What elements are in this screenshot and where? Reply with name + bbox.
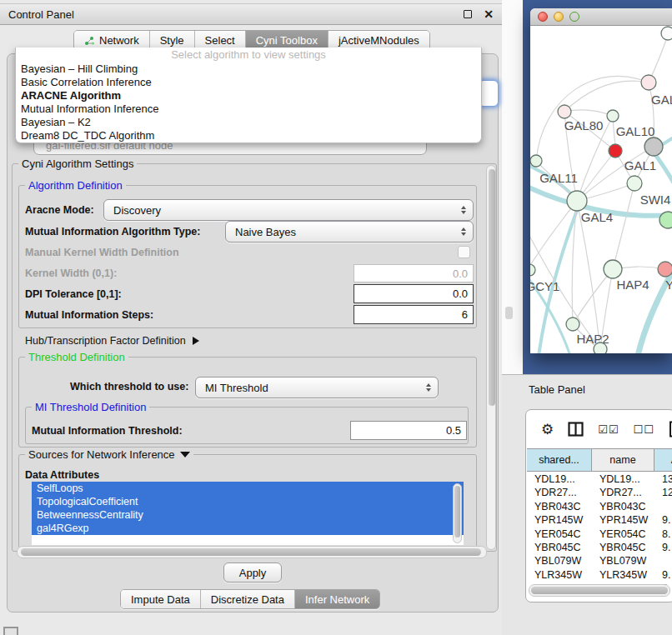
data-attributes-list[interactable]: SelfLoopsTopologicalCoefficientBetweenne… — [32, 482, 464, 545]
table-row[interactable]: YBL079WYBL079W — [527, 554, 672, 568]
kernel-width-field[interactable]: 0.0 — [354, 264, 474, 282]
control-panel-titlebar: Control Panel ✕ — [0, 3, 502, 25]
edge — [654, 152, 672, 191]
cell: 13 — [654, 472, 672, 486]
gear-icon[interactable]: ⚙ — [541, 422, 554, 437]
hub-definition-label: Hub/Transcription Factor Definition — [25, 335, 186, 347]
algorithm-option-basic-correlation-inference[interactable]: Basic Correlation Inference — [16, 76, 481, 89]
which-threshold-label: Which threshold to use: — [70, 377, 188, 397]
table-row[interactable]: YDR27...YDR27...12 — [527, 486, 672, 499]
network-node[interactable] — [644, 138, 663, 156]
network-node-gcy1[interactable] — [530, 264, 535, 276]
zoom-button[interactable] — [569, 12, 579, 22]
network-node-gal4[interactable] — [567, 191, 587, 211]
network-node-gal[interactable] — [641, 75, 656, 90]
aracne-mode-combo[interactable]: Discovery — [103, 199, 474, 221]
which-threshold-combo[interactable]: MI Threshold — [195, 377, 439, 398]
algorithm-option-bayesian-hill-climbing[interactable]: Bayesian – Hill Climbing — [16, 62, 481, 76]
mi-threshold-field[interactable]: 0.5 — [350, 421, 467, 440]
table-row[interactable]: YER054CYER054C8. — [527, 528, 672, 541]
cell: YER054C — [527, 528, 592, 541]
minimized-panel-icon[interactable] — [3, 627, 18, 635]
table-row[interactable]: YLR345WYLR345W9. — [527, 568, 672, 582]
network-node-gal1[interactable] — [627, 176, 642, 191]
split-columns-icon[interactable] — [568, 422, 584, 437]
edge — [613, 183, 634, 269]
column-header-shared[interactable]: shared... — [527, 449, 592, 471]
node-label-y: Y — [665, 278, 672, 292]
table-row[interactable]: YDL19...YDL19...13 — [527, 472, 672, 486]
table-row[interactable]: YBR043CYBR043C — [527, 500, 672, 513]
edge — [573, 269, 613, 324]
settings-hscrollbar[interactable] — [17, 546, 487, 558]
algorithm-option-mutual-information-inference[interactable]: Mutual Information Inference — [16, 102, 481, 116]
apply-button-label: Apply — [239, 567, 267, 579]
mi-steps-field[interactable]: 6 — [354, 305, 474, 324]
hub-definition-toggle[interactable]: Hub/Transcription Factor Definition — [25, 331, 199, 351]
cell: 9. — [654, 568, 672, 582]
cell: 12 — [654, 486, 672, 499]
network-node-hap4[interactable] — [604, 260, 622, 278]
algorithm-options: Bayesian – Hill ClimbingBasic Correlatio… — [16, 62, 481, 142]
network-node[interactable] — [661, 27, 672, 40]
algorithm-option-aracne-algorithm[interactable]: ARACNE Algorithm — [16, 89, 481, 102]
node-label-gal11: GAL11 — [539, 171, 578, 185]
apply-button[interactable]: Apply — [223, 562, 282, 582]
edge — [564, 81, 649, 112]
tab-label: Impute Data — [131, 593, 190, 606]
network-canvas[interactable]: GALGAL80GAL10GAL1GAL11GAL4SWI4GCY1HAP4YH… — [530, 26, 672, 353]
float-window-icon[interactable] — [464, 10, 472, 18]
network-nodes: GALGAL80GAL10GAL1GAL11GAL4SWI4GCY1HAP4YH… — [530, 27, 672, 353]
mi-steps-label: Mutual Information Steps: — [25, 305, 153, 325]
attribute-selfloops[interactable]: SelfLoops — [32, 482, 464, 495]
deselect-all-icon[interactable]: ☐☐ — [634, 423, 654, 436]
node-label-gal4: GAL4 — [581, 210, 613, 224]
algorithm-option-dream8-dc-tdc-algorithm[interactable]: Dream8 DC_TDC Algorithm — [16, 129, 481, 142]
tab-discretize-data[interactable]: Discretize Data — [200, 590, 294, 608]
network-node-hap2[interactable] — [566, 318, 579, 331]
cell: YPR145W — [527, 513, 592, 527]
manual-kernel-checkbox[interactable] — [458, 246, 470, 258]
column-header-name[interactable]: name — [592, 449, 654, 471]
network-node-swi4[interactable] — [659, 212, 672, 228]
table-hscrollbar[interactable] — [529, 584, 670, 597]
cell: YER054C — [592, 528, 654, 541]
settings-vscrollbar[interactable] — [486, 165, 496, 550]
attribute-betweennesscentrality[interactable]: BetweennessCentrality — [32, 508, 464, 522]
cell: YDL19... — [592, 472, 654, 486]
select-all-icon[interactable]: ☑☑ — [598, 423, 619, 436]
network-node-gal10[interactable] — [607, 110, 619, 122]
network-node[interactable] — [609, 144, 622, 158]
sources-title[interactable]: Sources for Network Inference — [25, 448, 193, 461]
network-node[interactable] — [594, 342, 607, 353]
minimize-button[interactable] — [554, 12, 564, 22]
tab-impute-data[interactable]: Impute Data — [121, 590, 200, 608]
attributes-scrollbar[interactable] — [453, 483, 462, 543]
splitter-collapse-handle[interactable] — [505, 307, 513, 319]
algorithm-option-bayesian-k2[interactable]: Bayesian – K2 — [16, 116, 481, 129]
collapse-down-icon — [180, 452, 190, 458]
close-button[interactable] — [538, 12, 548, 22]
network-node-y[interactable] — [658, 262, 672, 277]
column-header-a[interactable]: A — [654, 449, 672, 471]
attribute-gal4rgexp[interactable]: gal4RGexp — [32, 522, 464, 535]
cyni-mode-tab-bar: Impute DataDiscretize DataInfer Network — [120, 589, 380, 609]
cell: YDR27... — [527, 486, 592, 499]
network-window-titlebar[interactable] — [530, 8, 672, 26]
cell: YLR345W — [592, 568, 654, 582]
attribute-topologicalcoefficient[interactable]: TopologicalCoefficient — [32, 495, 464, 508]
network-node-gal80[interactable] — [558, 105, 571, 118]
document-icon[interactable] — [669, 421, 672, 438]
cell: 9. — [654, 513, 672, 527]
aracne-mode-label: Aracne Mode: — [25, 200, 94, 220]
dpi-tolerance-field[interactable]: 0.0 — [354, 284, 474, 303]
table-panel-title: Table Panel — [529, 383, 585, 396]
tab-infer-network[interactable]: Infer Network — [294, 590, 379, 608]
table-row[interactable]: YPR145WYPR145W9. — [527, 513, 672, 527]
algorithm-dropdown-popup: Select algorithm to view settings Bayesi… — [15, 48, 482, 143]
mi-type-combo[interactable]: Naive Bayes — [225, 221, 474, 242]
close-icon[interactable]: ✕ — [484, 8, 494, 21]
network-node-gal11[interactable] — [530, 155, 542, 167]
settings-group-title: Cyni Algorithm Settings — [18, 158, 137, 170]
table-row[interactable]: YBR045CYBR045C9. — [527, 541, 672, 554]
